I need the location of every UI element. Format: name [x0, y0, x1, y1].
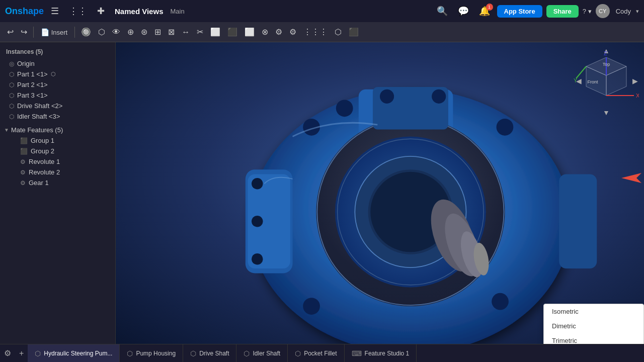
driveshaft-label: Drive Shaft <2> — [17, 102, 62, 110]
topbar: Onshape ☰ ⋮⋮ ✚ Named Views Main 🔍 💬 🔔 1 … — [0, 0, 644, 22]
svg-point-17 — [252, 178, 263, 190]
part1-icon: ⬡ — [9, 71, 14, 78]
mate-features-list: ⬛ Group 1 ⬛ Group 2 ⚙ Revolute 1 ⚙ Revol… — [0, 135, 115, 188]
tab-idler-shaft[interactable]: ⬡ Idler Shaft — [236, 344, 288, 362]
part1-label: Part 1 <1> — [17, 70, 48, 78]
mate-features-label: Mate Features (5) — [11, 126, 63, 134]
logo: Onshape — [5, 6, 44, 17]
sidebar-item-part3[interactable]: ⬡ Part 3 <1> — [0, 90, 115, 101]
part2-icon: ⬡ — [9, 81, 14, 88]
model-background — [116, 42, 644, 344]
gear1-label: Gear 1 — [29, 179, 49, 187]
collapse-arrow-icon: ▼ — [4, 127, 9, 133]
sidebar-item-group2[interactable]: ⬛ Group 2 — [16, 146, 115, 156]
tab-drive-shaft[interactable]: ⬡ Drive Shaft — [183, 344, 236, 362]
revolute1-label: Revolute 1 — [29, 158, 60, 165]
sidebar-item-group1[interactable]: ⬛ Group 1 — [16, 135, 115, 146]
svg-marker-34 — [621, 173, 641, 183]
undo-button[interactable]: ↩ — [4, 25, 17, 39]
tool-11[interactable]: ⬛ — [224, 25, 240, 39]
toolbar-separator-2 — [74, 27, 75, 38]
tab-feature-studio[interactable]: ⌨ Feature Studio 1 — [345, 344, 417, 362]
tool-8[interactable]: ↔ — [179, 26, 193, 39]
bottombar: ⚙ + ⬡ Hydraulic Steering Pum... ⬡ Pump H… — [0, 344, 644, 362]
tool-mate[interactable]: 🔘 — [78, 25, 94, 39]
gear1-icon: ⚙ — [20, 179, 26, 187]
tool-12[interactable]: ⬜ — [242, 25, 258, 39]
nav-right-arrow: ▶ — [632, 77, 638, 85]
svg-rect-3 — [559, 174, 597, 269]
notification-button[interactable]: 🔔 1 — [476, 4, 493, 19]
tab-icon-3: ⬡ — [190, 349, 196, 357]
part2-label: Part 2 <1> — [17, 81, 48, 88]
driveshaft-icon: ⬡ — [9, 103, 14, 110]
viewcube: ▲ ▼ ◀ ▶ X Y Z T — [574, 47, 639, 113]
svg-point-27 — [432, 89, 446, 104]
model-svg — [116, 42, 644, 344]
group1-label: Group 1 — [31, 137, 54, 144]
username: Cody — [616, 8, 631, 15]
sidebar-item-part1[interactable]: ⬡ Part 1 <1> ⬡ — [0, 69, 115, 79]
insert-button[interactable]: 📄 Insert — [37, 26, 71, 38]
menu-item-isometric[interactable]: Isometric — [544, 304, 643, 319]
help-button[interactable]: ? ▾ — [583, 8, 592, 15]
doc-branch: Main — [170, 8, 184, 15]
share-button[interactable]: Share — [546, 5, 579, 18]
sidebar-item-idlershaft[interactable]: ⬡ Idler Shaft <3> — [0, 111, 115, 122]
hamburger-button[interactable]: ☰ — [48, 4, 62, 19]
revolute2-label: Revolute 2 — [29, 168, 60, 176]
svg-point-21 — [336, 100, 353, 117]
svg-point-22 — [497, 119, 514, 136]
tab-pocket-fillet[interactable]: ⬡ Pocket Fillet — [288, 344, 344, 362]
dropdown-menu: Isometric Dimetric Trimetric Named views… — [543, 304, 644, 344]
instances-header: Instances (5) — [0, 46, 115, 58]
viewport[interactable]: ▲ ▼ ◀ ▶ X Y Z T — [116, 42, 644, 344]
sidebar-item-revolute2[interactable]: ⚙ Revolute 2 — [16, 167, 115, 177]
sidebar-item-revolute1[interactable]: ⚙ Revolute 1 — [16, 156, 115, 167]
tool-6[interactable]: ⊞ — [151, 25, 164, 39]
sidebar-item-origin[interactable]: ◎ Origin — [0, 58, 115, 69]
tool-parts[interactable]: ⚙ — [286, 25, 299, 39]
add-icon-button[interactable]: ✚ — [94, 4, 108, 19]
tab-hydraulic-steering[interactable]: ⬡ Hydraulic Steering Pum... — [28, 344, 120, 362]
revolute1-icon: ⚙ — [20, 158, 26, 165]
comment-button[interactable]: 💬 — [455, 4, 472, 19]
viewcube-svg[interactable]: ▲ ▼ ◀ ▶ X Y Z T — [574, 47, 639, 118]
tool-10[interactable]: ⬜ — [207, 25, 223, 39]
arrow-svg — [619, 170, 644, 186]
tool-3[interactable]: 👁 — [109, 26, 123, 39]
tab-pump-housing[interactable]: ⬡ Pump Housing — [120, 344, 183, 362]
tool-display[interactable]: ⬛ — [346, 25, 362, 39]
top-face-label: Top — [603, 62, 610, 67]
tool-view[interactable]: ⬡ — [332, 25, 345, 39]
redo-button[interactable]: ↪ — [18, 25, 30, 39]
appstore-button[interactable]: App Store — [497, 5, 542, 18]
settings-button[interactable]: ⚙ — [0, 348, 15, 358]
sidebar-item-part2[interactable]: ⬡ Part 2 <1> — [0, 79, 115, 90]
tool-assembly[interactable]: ⋮⋮⋮ — [300, 25, 331, 39]
tool-9[interactable]: ✂ — [194, 25, 206, 39]
tool-4[interactable]: ⊕ — [124, 25, 137, 39]
more-options-button[interactable]: ⋮⋮ — [66, 4, 90, 19]
menu-item-trimetric[interactable]: Trimetric — [544, 333, 643, 344]
svg-point-18 — [252, 253, 263, 265]
tool-mate-2[interactable]: ⬡ — [95, 25, 108, 39]
main-area: Instances (5) ◎ Origin ⬡ Part 1 <1> ⬡ ⬡ … — [0, 42, 644, 344]
toolbar-separator — [33, 27, 34, 38]
sidebar-item-gear1[interactable]: ⚙ Gear 1 — [16, 177, 115, 188]
menu-item-dimetric[interactable]: Dimetric — [544, 319, 643, 333]
tool-13[interactable]: ⊗ — [259, 25, 271, 39]
tool-settings[interactable]: ⚙ — [272, 25, 285, 39]
avatar[interactable]: CY — [596, 4, 610, 18]
tab-icon-2: ⬡ — [127, 349, 133, 357]
tool-5[interactable]: ⊛ — [138, 25, 150, 39]
svg-point-26 — [380, 89, 394, 104]
add-tab-button[interactable]: + — [15, 349, 28, 358]
mate-features-group[interactable]: ▼ Mate Features (5) — [0, 125, 115, 135]
front-face-label: Front — [587, 79, 598, 84]
z-axis-label: Z — [604, 50, 607, 56]
tool-7[interactable]: ⊠ — [165, 25, 178, 39]
toolbar: ↩ ↪ 📄 Insert 🔘 ⬡ 👁 ⊕ ⊛ ⊞ ⊠ ↔ ✂ ⬜ ⬛ ⬜ ⊗ ⚙… — [0, 22, 644, 42]
sidebar-item-driveshaft[interactable]: ⬡ Drive Shaft <2> — [0, 101, 115, 111]
search-button[interactable]: 🔍 — [434, 4, 451, 19]
